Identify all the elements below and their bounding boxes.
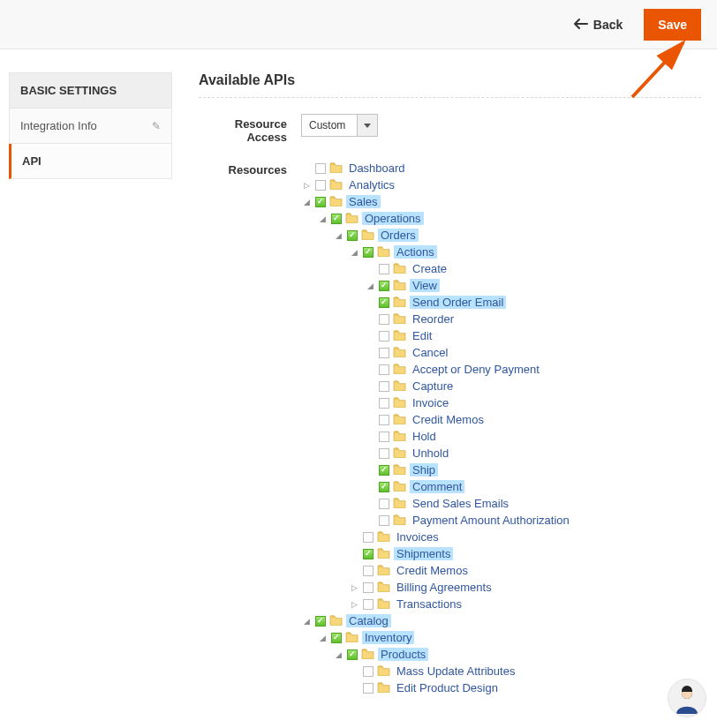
tree-node[interactable]: Comment <box>365 478 572 495</box>
assistant-avatar[interactable] <box>668 679 706 717</box>
tree-node[interactable]: Credit Memos <box>365 411 572 428</box>
tree-node[interactable]: Reorder <box>365 311 572 327</box>
tree-node[interactable]: Invoice <box>365 394 572 411</box>
sidebar-item-api[interactable]: API <box>9 144 172 179</box>
tree-node[interactable]: Accept or Deny Payment <box>365 361 572 378</box>
tree-expand-open-icon[interactable]: ◢ <box>349 248 359 257</box>
tree-checkbox[interactable] <box>379 432 389 442</box>
tree-checkbox[interactable] <box>363 566 374 576</box>
tree-label: Orders <box>378 229 419 242</box>
tree-checkbox[interactable] <box>331 633 342 643</box>
select-toggle[interactable] <box>358 114 378 137</box>
content: Available APIs Resource Access Custom Re… <box>172 49 717 712</box>
resource-tree: Dashboard▷Analytics◢Sales◢Operations◢Ord… <box>301 160 572 696</box>
tree-checkbox[interactable] <box>331 214 342 224</box>
save-button[interactable]: Save <box>644 9 701 41</box>
folder-icon <box>377 581 390 595</box>
tree-node[interactable]: ◢View <box>365 277 572 294</box>
tree-label: Operations <box>362 212 424 225</box>
resource-access-row: Resource Access Custom <box>199 114 701 144</box>
tree-label: Analytics <box>346 178 397 191</box>
tree-node[interactable]: ▷Transactions <box>349 596 572 612</box>
tree-node[interactable]: ▷Analytics <box>301 176 572 193</box>
tree-checkbox[interactable] <box>379 482 389 492</box>
tree-checkbox[interactable] <box>363 666 374 677</box>
folder-icon <box>393 379 406 394</box>
tree-node[interactable]: Shipments <box>349 545 572 562</box>
back-button[interactable]: Back <box>565 12 631 37</box>
tree-checkbox[interactable] <box>363 599 374 610</box>
tree-expand-open-icon[interactable]: ◢ <box>365 281 375 290</box>
tree-checkbox[interactable] <box>315 197 326 207</box>
tree-checkbox[interactable] <box>379 348 389 358</box>
tree-node[interactable]: Payment Amount Authorization <box>365 512 572 529</box>
sidebar-item-label: API <box>22 154 42 168</box>
tree-expand-closed-icon[interactable]: ▷ <box>349 583 359 592</box>
tree-expand-open-icon[interactable]: ◢ <box>317 634 328 642</box>
tree-node[interactable]: Credit Memos <box>349 562 572 579</box>
tree-checkbox[interactable] <box>363 247 374 258</box>
tree-checkbox[interactable] <box>379 448 389 459</box>
tree-checkbox[interactable] <box>379 281 389 291</box>
tree-label: Dashboard <box>346 161 408 175</box>
tree-expand-open-icon[interactable]: ◢ <box>301 617 312 626</box>
tree-label: Reorder <box>410 312 457 326</box>
tree-checkbox[interactable] <box>347 649 358 660</box>
tree-expand-open-icon[interactable]: ◢ <box>301 198 312 206</box>
tree-checkbox[interactable] <box>363 532 374 543</box>
tree-node[interactable]: Invoices <box>349 529 572 545</box>
tree-node[interactable]: ◢Sales <box>301 193 572 210</box>
tree-label: Shipments <box>394 547 453 560</box>
tree-expand-open-icon[interactable]: ◢ <box>317 214 328 223</box>
tree-node[interactable]: Send Order Email <box>365 294 572 311</box>
tree-node[interactable]: Ship <box>365 462 572 478</box>
tree-expand-closed-icon[interactable]: ▷ <box>301 181 312 190</box>
tree-checkbox[interactable] <box>363 683 374 694</box>
tree-label: Send Order Email <box>410 296 506 309</box>
tree-checkbox[interactable] <box>379 264 389 274</box>
tree-node[interactable]: Cancel <box>365 344 572 361</box>
tree-checkbox[interactable] <box>379 331 389 341</box>
tree-node[interactable]: ◢Operations <box>317 210 572 227</box>
tree-checkbox[interactable] <box>379 415 389 425</box>
sidebar-item-integration-info[interactable]: Integration Info✎ <box>9 109 172 144</box>
tree-node[interactable]: ◢Products <box>333 646 572 663</box>
tree-checkbox[interactable] <box>379 515 389 526</box>
tree-checkbox[interactable] <box>363 549 374 559</box>
tree-node[interactable]: Send Sales Emails <box>365 495 572 512</box>
tree-node[interactable]: Mass Update Attributes <box>349 663 572 679</box>
tree-checkbox[interactable] <box>315 616 326 627</box>
tree-node[interactable]: Dashboard <box>301 160 572 176</box>
tree-node[interactable]: ◢Inventory <box>317 629 572 646</box>
tree-node[interactable]: ◢Actions <box>349 244 572 260</box>
tree-node[interactable]: ▷Billing Agreements <box>349 579 572 596</box>
tree-label: Accept or Deny Payment <box>410 363 542 376</box>
folder-icon <box>393 430 406 444</box>
tree-checkbox[interactable] <box>379 364 389 375</box>
tree-expand-open-icon[interactable]: ◢ <box>333 231 343 240</box>
tree-checkbox[interactable] <box>347 230 358 241</box>
tree-node[interactable]: Edit Product Design <box>349 679 572 696</box>
tree-checkbox[interactable] <box>379 381 389 392</box>
tree-checkbox[interactable] <box>379 297 389 308</box>
tree-checkbox[interactable] <box>379 499 389 509</box>
tree-node[interactable]: Create <box>365 260 572 277</box>
tree-node[interactable]: ◢Catalog <box>301 612 572 629</box>
tree-checkbox[interactable] <box>315 180 326 191</box>
tree-node[interactable]: Capture <box>365 378 572 394</box>
tree-node[interactable]: ◢Orders <box>333 227 572 244</box>
folder-icon <box>361 648 374 662</box>
tree-checkbox[interactable] <box>379 314 389 325</box>
folder-icon <box>361 229 374 243</box>
tree-expand-open-icon[interactable]: ◢ <box>333 650 343 659</box>
tree-label: Edit Product Design <box>394 681 501 694</box>
tree-checkbox[interactable] <box>363 582 374 593</box>
tree-node[interactable]: Hold <box>365 428 572 445</box>
tree-node[interactable]: Edit <box>365 327 572 344</box>
tree-node[interactable]: Unhold <box>365 445 572 462</box>
tree-checkbox[interactable] <box>379 398 389 409</box>
tree-expand-closed-icon[interactable]: ▷ <box>349 600 359 609</box>
resource-access-select[interactable]: Custom <box>301 114 378 137</box>
tree-checkbox[interactable] <box>379 465 389 476</box>
tree-checkbox[interactable] <box>315 163 326 174</box>
